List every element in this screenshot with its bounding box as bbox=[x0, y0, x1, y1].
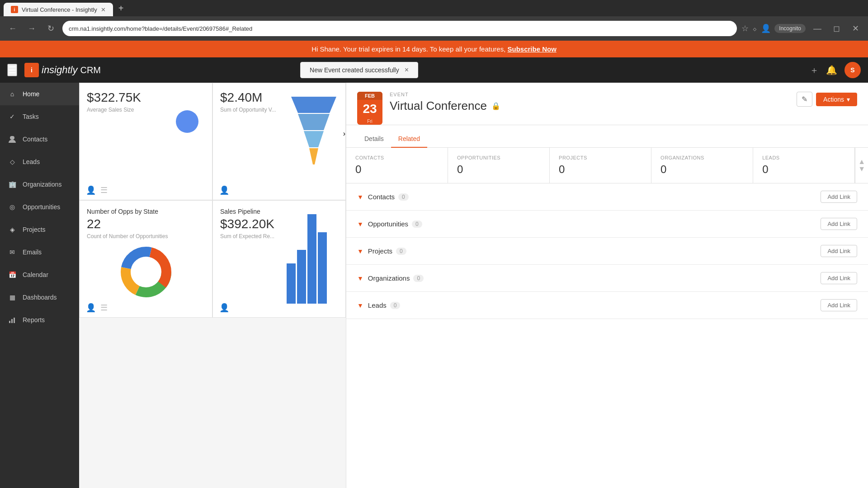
forward-button[interactable]: → bbox=[24, 21, 39, 36]
section-count-leads: 0 bbox=[390, 302, 401, 309]
related-section-header-projects[interactable]: ▼ Projects 0 Add Link bbox=[346, 238, 868, 264]
close-window-button[interactable]: ✕ bbox=[848, 21, 863, 36]
svg-rect-1 bbox=[9, 321, 10, 323]
bookmark-icon[interactable]: ☆ bbox=[741, 23, 749, 33]
related-section-header-organizations[interactable]: ▼ Organizations 0 Add Link bbox=[346, 265, 868, 291]
extensions-icon[interactable]: ⬦ bbox=[752, 24, 757, 33]
logo-icon: i bbox=[24, 63, 39, 77]
back-button[interactable]: ← bbox=[5, 21, 20, 36]
reports-icon bbox=[7, 315, 17, 325]
user-avatar[interactable]: S bbox=[844, 62, 861, 78]
add-link-btn-projects[interactable]: Add Link bbox=[821, 245, 857, 257]
edit-button[interactable]: ✎ bbox=[797, 92, 812, 107]
add-link-btn-opportunities[interactable]: Add Link bbox=[821, 218, 857, 230]
card3-user-icon[interactable]: 👤 bbox=[86, 303, 96, 313]
sidebar-item-organizations[interactable]: 🏢 Organizations bbox=[0, 173, 79, 196]
sidebar-item-projects[interactable]: ◈ Projects bbox=[0, 218, 79, 241]
app-header: ☰ i insightly CRM New Event created succ… bbox=[0, 57, 868, 83]
svg-marker-7 bbox=[309, 148, 318, 164]
sidebar-item-calendar[interactable]: 📅 Calendar bbox=[0, 263, 79, 286]
calendar-icon: 📅 bbox=[7, 270, 17, 280]
actions-chevron-icon: ▾ bbox=[847, 96, 850, 103]
stat-opportunities-label: OPPORTUNITIES bbox=[457, 155, 540, 160]
card2-user-icon[interactable]: 👤 bbox=[219, 185, 229, 195]
related-section-leads: ▼ Leads 0 Add Link bbox=[346, 292, 868, 319]
minimize-button[interactable]: — bbox=[810, 21, 825, 36]
card1-list-icon[interactable]: ☰ bbox=[100, 185, 108, 195]
sidebar-item-dashboards[interactable]: ▦ Dashboards bbox=[0, 286, 79, 309]
sidebar-item-home[interactable]: ⌂ Home bbox=[0, 83, 79, 105]
sidebar-item-contacts[interactable]: Contacts bbox=[0, 128, 79, 150]
sidebar-item-reports[interactable]: Reports bbox=[0, 309, 79, 331]
stat-leads[interactable]: LEADS 0 bbox=[753, 148, 855, 183]
subscribe-link[interactable]: Subscribe Now bbox=[507, 45, 556, 53]
reload-button[interactable]: ↻ bbox=[43, 21, 58, 36]
projects-icon: ◈ bbox=[7, 225, 17, 235]
add-link-btn-contacts[interactable]: Add Link bbox=[821, 191, 857, 203]
card4-user-icon[interactable]: 👤 bbox=[219, 303, 229, 313]
main-layout: ⌂ Home ✓ Tasks Contacts ◇ Leads 🏢 Organi… bbox=[0, 83, 868, 488]
sidebar-label-projects: Projects bbox=[23, 226, 46, 233]
sidebar-label-leads: Leads bbox=[23, 158, 40, 165]
related-section-header-opportunities[interactable]: ▼ Opportunities 0 Add Link bbox=[346, 211, 868, 237]
card3-list-icon[interactable]: ☰ bbox=[100, 303, 108, 313]
notifications-icon[interactable]: 🔔 bbox=[826, 65, 837, 75]
content-area: $322.75K Average Sales Size 👤 ☰ $2.40M S… bbox=[79, 83, 868, 488]
hamburger-menu-button[interactable]: ☰ bbox=[7, 64, 17, 76]
section-chevron-organizations: ▼ bbox=[357, 275, 363, 282]
sidebar-item-tasks[interactable]: ✓ Tasks bbox=[0, 105, 79, 128]
card-avg-sales: $322.75K Average Sales Size 👤 ☰ bbox=[79, 83, 212, 200]
event-header: Feb 23 Fri EVENT Virtual Conference 🔒 ✎ … bbox=[346, 83, 868, 125]
account-icon[interactable]: 👤 bbox=[761, 23, 771, 33]
related-section-organizations: ▼ Organizations 0 Add Link bbox=[346, 265, 868, 292]
sidebar-label-contacts: Contacts bbox=[23, 136, 47, 143]
stat-contacts[interactable]: CONTACTS 0 bbox=[346, 148, 448, 183]
toast-close-button[interactable]: × bbox=[405, 66, 409, 74]
emails-icon: ✉ bbox=[7, 247, 17, 257]
tab-details[interactable]: Details bbox=[357, 131, 391, 148]
section-count-projects: 0 bbox=[396, 248, 406, 255]
event-type-label: EVENT bbox=[390, 92, 789, 97]
stat-projects[interactable]: PROJECTS 0 bbox=[550, 148, 651, 183]
add-link-btn-organizations[interactable]: Add Link bbox=[821, 272, 857, 284]
bar-1 bbox=[287, 263, 296, 304]
maximize-button[interactable]: ◻ bbox=[829, 21, 844, 36]
card1-user-icon[interactable]: 👤 bbox=[86, 185, 96, 195]
url-text: crm.na1.insightly.com/home?blade=/detail… bbox=[69, 25, 252, 32]
stat-scroll-down-button[interactable]: ▼ bbox=[858, 165, 865, 173]
url-bar[interactable]: crm.na1.insightly.com/home?blade=/detail… bbox=[62, 21, 737, 36]
expand-icon[interactable]: › bbox=[343, 130, 345, 138]
active-tab[interactable]: i Virtual Conference - Insightly ✕ bbox=[4, 3, 113, 16]
card-opps-state: Number of Opps by State 22 Count of Numb… bbox=[79, 200, 212, 318]
sidebar-item-leads[interactable]: ◇ Leads bbox=[0, 150, 79, 173]
sidebar-item-emails[interactable]: ✉ Emails bbox=[0, 241, 79, 263]
stat-organizations[interactable]: ORGANIZATIONS 0 bbox=[651, 148, 753, 183]
actions-button[interactable]: Actions ▾ bbox=[816, 93, 857, 106]
svg-point-12 bbox=[132, 258, 160, 286]
related-section-header-contacts[interactable]: ▼ Contacts 0 Add Link bbox=[346, 183, 868, 210]
sidebar-label-home: Home bbox=[23, 90, 39, 98]
sidebar-item-opportunities[interactable]: ◎ Opportunities bbox=[0, 196, 79, 218]
section-count-organizations: 0 bbox=[413, 275, 424, 282]
blue-dot bbox=[176, 110, 198, 133]
stat-projects-label: PROJECTS bbox=[559, 155, 642, 160]
contacts-icon bbox=[7, 134, 17, 144]
new-tab-button[interactable]: + bbox=[115, 1, 127, 15]
add-icon[interactable]: ＋ bbox=[810, 64, 819, 76]
stat-scroll-up-button[interactable]: ▲ bbox=[858, 158, 865, 165]
tabs-bar: Details Related bbox=[346, 131, 868, 148]
tab-related[interactable]: Related bbox=[391, 131, 427, 148]
sidebar-label-dashboards: Dashboards bbox=[23, 294, 57, 301]
event-date-dow: Fri bbox=[357, 118, 382, 125]
stat-leads-value: 0 bbox=[762, 163, 845, 176]
stat-opportunities[interactable]: OPPORTUNITIES 0 bbox=[448, 148, 550, 183]
section-chevron-leads: ▼ bbox=[357, 302, 363, 309]
add-link-btn-leads[interactable]: Add Link bbox=[821, 299, 857, 311]
success-toast: New Event created successfully × bbox=[300, 62, 418, 78]
event-title: Virtual Conference 🔒 bbox=[390, 99, 789, 113]
stats-row: CONTACTS 0 OPPORTUNITIES 0 PROJECTS 0 OR… bbox=[346, 148, 868, 183]
section-title-leads: Leads bbox=[368, 301, 387, 309]
tab-close-button[interactable]: ✕ bbox=[101, 6, 106, 13]
related-section-header-leads[interactable]: ▼ Leads 0 Add Link bbox=[346, 292, 868, 319]
sidebar-label-reports: Reports bbox=[23, 316, 45, 324]
